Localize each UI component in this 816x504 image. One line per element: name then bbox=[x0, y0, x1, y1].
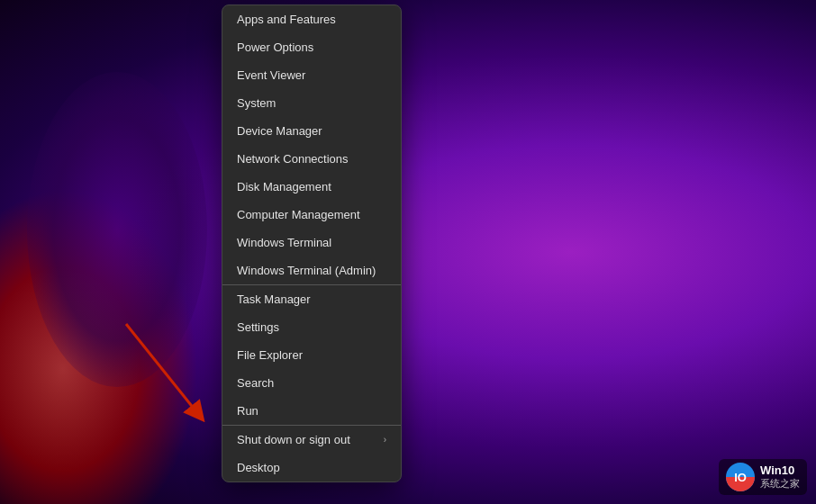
menu-item-settings[interactable]: Settings bbox=[222, 313, 401, 341]
context-menu: Apps and Features Power Options Event Vi… bbox=[222, 4, 402, 482]
desktop-background bbox=[0, 0, 816, 504]
menu-item-apps-features[interactable]: Apps and Features bbox=[222, 5, 401, 33]
menu-item-search[interactable]: Search bbox=[222, 369, 401, 397]
menu-item-windows-terminal[interactable]: Windows Terminal bbox=[222, 229, 401, 256]
menu-item-device-manager[interactable]: Device Manager bbox=[222, 117, 401, 145]
menu-item-system[interactable]: System bbox=[222, 89, 401, 117]
menu-item-desktop[interactable]: Desktop bbox=[222, 454, 401, 482]
menu-item-power-options[interactable]: Power Options bbox=[222, 33, 401, 61]
menu-section-2: Task Manager Settings File Explorer Sear… bbox=[222, 285, 401, 426]
menu-item-shut-down[interactable]: Shut down or sign out › bbox=[222, 426, 401, 454]
menu-item-task-manager[interactable]: Task Manager bbox=[222, 285, 401, 313]
menu-item-computer-management[interactable]: Computer Management bbox=[222, 201, 401, 229]
menu-section-3: Shut down or sign out › Desktop bbox=[222, 426, 401, 482]
menu-item-file-explorer[interactable]: File Explorer bbox=[222, 341, 401, 369]
watermark-badge: IO Win10 系统之家 bbox=[719, 459, 807, 495]
menu-item-disk-management[interactable]: Disk Management bbox=[222, 173, 401, 201]
watermark-text: Win10 系统之家 bbox=[760, 464, 800, 490]
watermark-logo: IO bbox=[726, 463, 755, 491]
menu-section-1: Apps and Features Power Options Event Vi… bbox=[222, 5, 401, 285]
menu-item-event-viewer[interactable]: Event Viewer bbox=[222, 61, 401, 89]
menu-item-run[interactable]: Run bbox=[222, 397, 401, 425]
chevron-right-icon: › bbox=[384, 435, 386, 445]
menu-item-network-connections[interactable]: Network Connections bbox=[222, 145, 401, 173]
menu-item-windows-terminal-admin[interactable]: Windows Terminal (Admin) bbox=[222, 256, 401, 284]
